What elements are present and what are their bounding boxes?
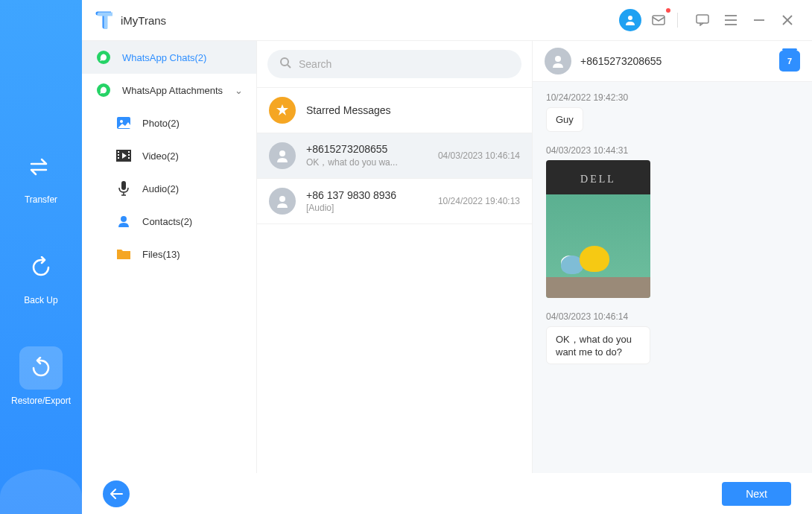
rail-label: Back Up [24, 295, 57, 305]
sidebar-item-audio[interactable]: Audio(2) [82, 172, 256, 205]
mail-icon[interactable] [647, 9, 670, 31]
header: iMyTrans [82, 0, 812, 41]
chat-time: 10/24/2022 19:40:13 [438, 196, 520, 206]
search-input[interactable] [299, 58, 510, 70]
rail-label: Transfer [25, 194, 57, 205]
svg-rect-1 [653, 16, 664, 25]
calendar-day-number: 7 [787, 57, 792, 66]
logo-icon [95, 11, 113, 29]
main-area: iMyTrans WhatsApp Ch [82, 0, 812, 514]
chat-title: Starred Messages [306, 104, 520, 116]
next-button[interactable]: Next [722, 482, 791, 506]
sidebar-item-label: Photo(2) [142, 118, 180, 129]
sidebar-item-video[interactable]: Video(2) [82, 139, 256, 172]
chat-row[interactable]: +86 137 9830 8936 [Audio] 10/24/2022 19:… [257, 179, 532, 224]
sidebar-item-label: Audio(2) [142, 183, 179, 194]
feedback-icon[interactable] [691, 9, 714, 31]
conversation-title: +8615273208655 [580, 55, 770, 67]
svg-rect-18 [128, 154, 130, 156]
chat-row-starred[interactable]: Starred Messages [257, 88, 532, 133]
backup-icon [19, 246, 63, 289]
avatar [269, 188, 296, 215]
calendar-icon[interactable]: 7 [779, 51, 800, 72]
svg-point-25 [279, 196, 285, 202]
sidebar-item-attachments[interactable]: WhatsApp Attachments ⌄ [82, 74, 256, 107]
message-time: 10/24/2022 19:42:30 [546, 92, 799, 103]
image-text: DELL [546, 174, 650, 185]
svg-rect-20 [121, 181, 126, 190]
chat-time: 04/03/2023 10:46:14 [438, 150, 520, 161]
chat-row[interactable]: +8615273208655 OK，what do you wa... 04/0… [257, 133, 532, 179]
decoration-cloud [0, 469, 82, 514]
footer: Next [82, 473, 812, 514]
svg-rect-17 [128, 151, 130, 153]
conversation-body[interactable]: 10/24/2022 19:42:30 Guy 04/03/2023 10:44… [533, 82, 812, 473]
content: WhatsApp Chats(2) WhatsApp Attachments ⌄… [82, 41, 812, 473]
svg-rect-14 [118, 151, 119, 153]
close-icon[interactable] [776, 9, 799, 31]
contacts-icon [115, 213, 132, 229]
sidebar-item-label: WhatsApp Attachments [122, 85, 223, 96]
minimize-icon[interactable] [748, 9, 770, 31]
svg-rect-19 [128, 157, 130, 159]
chat-list: Starred Messages +8615273208655 OK，what … [257, 41, 533, 473]
back-button[interactable] [103, 480, 130, 507]
logo: iMyTrans [95, 11, 166, 29]
whatsapp-icon [95, 82, 112, 98]
sidebar-item-label: Video(2) [142, 150, 179, 162]
svg-point-0 [628, 16, 632, 20]
conversation-header: +8615273208655 7 [533, 41, 812, 82]
message-image[interactable]: DELL [546, 160, 650, 298]
app-title: iMyTrans [121, 14, 166, 27]
rail-item-transfer[interactable]: Transfer [11, 145, 71, 205]
photo-icon [115, 115, 132, 131]
svg-line-23 [288, 65, 291, 68]
message-time: 04/03/2023 10:44:31 [546, 145, 799, 156]
video-icon [115, 147, 132, 164]
whatsapp-icon [95, 49, 112, 66]
search-box[interactable] [267, 50, 521, 78]
message-bubble: Guy [546, 107, 583, 132]
conversation: +8615273208655 7 10/24/2022 19:42:30 Guy… [533, 41, 812, 473]
search-icon [279, 57, 291, 72]
svg-point-26 [555, 56, 561, 62]
folder-icon [115, 246, 132, 262]
chevron-down-icon: ⌄ [235, 85, 243, 96]
sidebar: WhatsApp Chats(2) WhatsApp Attachments ⌄… [82, 41, 257, 473]
svg-point-24 [279, 150, 285, 156]
avatar [269, 142, 296, 169]
sidebar-item-photo[interactable]: Photo(2) [82, 107, 256, 139]
rail-item-backup[interactable]: Back Up [11, 246, 71, 305]
chat-preview: OK，what do you wa... [306, 156, 428, 169]
sidebar-item-contacts[interactable]: Contacts(2) [82, 205, 256, 238]
svg-point-12 [120, 120, 123, 123]
avatar [545, 48, 571, 74]
header-divider [677, 13, 678, 28]
message-bubble: OK，what do you want me to do? [546, 326, 650, 364]
svg-rect-16 [118, 157, 119, 159]
svg-point-21 [121, 216, 127, 222]
restore-icon [19, 346, 63, 390]
sidebar-item-label: Files(13) [142, 249, 180, 260]
star-icon [269, 97, 296, 124]
sidebar-item-label: WhatsApp Chats(2) [122, 52, 206, 63]
chat-title: +8615273208655 [306, 143, 428, 155]
svg-rect-2 [697, 15, 708, 23]
sidebar-item-files[interactable]: Files(13) [82, 238, 256, 270]
svg-point-22 [281, 58, 288, 66]
menu-icon[interactable] [720, 9, 742, 31]
audio-icon [115, 180, 132, 197]
rail-item-restore[interactable]: Restore/Export [11, 346, 71, 406]
rail-label: Restore/Export [11, 396, 71, 406]
message-time: 04/03/2023 10:46:14 [546, 311, 799, 322]
svg-rect-15 [118, 154, 119, 156]
account-icon[interactable] [619, 9, 641, 31]
sidebar-item-chats[interactable]: WhatsApp Chats(2) [82, 41, 256, 74]
sidebar-item-label: Contacts(2) [142, 216, 192, 227]
transfer-icon [19, 145, 63, 188]
chat-preview: [Audio] [306, 203, 428, 213]
left-rail: Transfer Back Up Restore/Export [0, 0, 82, 514]
chat-title: +86 137 9830 8936 [306, 189, 428, 201]
